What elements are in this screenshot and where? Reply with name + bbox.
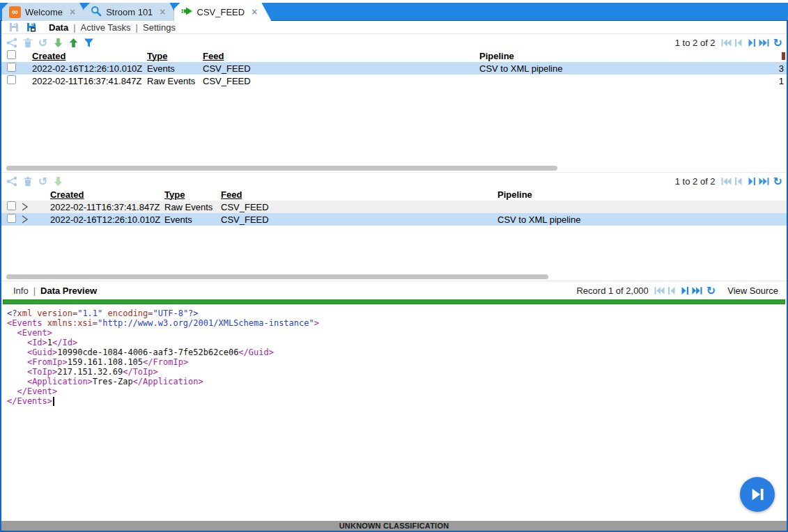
search-icon [91,6,102,19]
next-record-icon[interactable] [679,285,690,295]
feed-cell: CSV_FEED [203,63,479,74]
column-header-type[interactable]: Type [147,51,203,61]
stream-row[interactable]: 2022-02-11T16:37:41.847ZRaw EventsCSV_FE… [1,75,787,87]
code-line: <?xml version="1.1" encoding="UTF-8"?> [7,308,787,318]
column-header-created[interactable]: Created [32,51,147,61]
close-icon[interactable]: × [252,6,257,17]
classification-text: UNKNOWN CLASSIFICATION [339,522,449,530]
text-cursor [53,397,54,406]
separator: | [33,285,36,296]
type-cell: Events [147,63,203,74]
pagination-range: 1 to 2 of 2 [675,176,716,187]
type-cell: Raw Events [147,76,203,86]
upper-table-header: Created Type Feed Pipeline [1,49,787,62]
row-checkbox[interactable] [7,201,16,210]
stream-list-panel: ↺ 1 to 2 of 2 [1,34,787,172]
column-header-pipeline: Pipeline [497,189,787,200]
first-page-icon[interactable] [721,38,732,47]
tab-data-preview[interactable]: Data Preview [40,285,97,296]
lower-table-body: 2022-02-11T16:37:41.847ZRaw EventsCSV_FE… [1,201,787,226]
save-all-icon[interactable] [24,21,38,33]
event-row[interactable]: 2022-02-11T16:37:41.847ZRaw EventsCSV_FE… [1,201,787,213]
code-line: <Event> [7,328,787,338]
horizontal-scrollbar[interactable] [6,166,557,171]
restore-icon[interactable]: ↺ [36,175,49,187]
lower-pagination: 1 to 2 of 2 ↻ [675,176,782,187]
created-cell: 2022-02-16T12:26:10.010Z [32,63,147,74]
view-source-link[interactable]: View Source [727,285,778,296]
xml-preview-editor[interactable]: <?xml version="1.1" encoding="UTF-8"?><E… [1,304,787,521]
document-tab-bar: ∞ Welcome × Stroom 101 × CSV_FEED × [0,0,788,21]
event-list-panel: ↺ 1 to 2 of 2 ↻ Created Ty [1,172,787,281]
last-page-icon[interactable] [759,176,769,186]
stream-row[interactable]: 2022-02-16T12:26:10.010ZEventsCSV_FEEDCS… [1,62,787,75]
prev-page-icon[interactable] [734,176,744,186]
tab-label: Welcome [25,7,63,17]
restore-icon[interactable]: ↺ [36,36,49,49]
download-icon[interactable] [52,175,65,187]
last-page-icon[interactable] [759,38,769,47]
count-cell: 3 [768,63,787,74]
next-page-icon[interactable] [746,176,757,186]
process-streams-icon[interactable] [6,175,19,187]
column-header-type[interactable]: Type [164,189,221,200]
pipeline-cell: CSV to XML pipeline [479,63,768,74]
delete-icon[interactable] [21,175,34,187]
feed-arrow-icon [181,6,193,19]
tab-active-tasks[interactable]: Active Tasks [81,22,131,33]
code-line: <Id>1</Id> [7,338,787,347]
tab-info[interactable]: Info [13,285,29,296]
close-icon[interactable]: × [160,6,165,17]
document-pane: Data | Active Tasks | Settings ↺ [0,21,788,532]
tab-data[interactable]: Data [49,22,68,33]
tab-csv-feed[interactable]: CSV_FEED × [174,3,272,21]
select-all-checkbox[interactable] [7,50,16,59]
download-icon[interactable] [52,36,65,49]
first-page-icon[interactable] [721,176,732,186]
refresh-icon[interactable]: ↻ [773,177,782,186]
refresh-icon[interactable]: ↻ [706,286,716,295]
horizontal-scrollbar[interactable] [6,274,548,279]
feed-cell: CSV_FEED [221,214,497,225]
row-checkbox[interactable] [7,75,16,84]
process-streams-icon[interactable] [6,36,19,49]
row-checkbox[interactable] [7,214,16,223]
step-stream-button[interactable] [740,477,775,512]
data-preview-panel: Info | Data Preview Record 1 of 2,000 ↻ … [1,281,787,521]
delete-icon[interactable] [21,36,34,49]
save-icon[interactable] [7,21,20,33]
refresh-icon[interactable]: ↻ [773,38,782,47]
last-record-icon[interactable] [692,285,702,295]
close-icon[interactable]: × [70,6,75,17]
event-row[interactable]: 2022-02-16T12:26:10.010ZEventsCSV_FEEDCS… [1,213,787,226]
upload-icon[interactable] [67,36,80,49]
tab-stroom-101[interactable]: Stroom 101 × [84,3,179,21]
code-line: <ToIp>217.151.32.69</ToIp> [7,367,787,377]
column-header-feed[interactable]: Feed [203,51,479,61]
feed-cell: CSV_FEED [203,76,479,86]
pipeline-cell: CSV to XML pipeline [497,214,787,225]
column-header-created[interactable]: Created [50,189,164,200]
code-line: <FromIp>159.161.108.105</FromIp> [7,357,787,367]
expander-chevron-icon[interactable] [21,215,50,224]
created-cell: 2022-02-11T16:37:41.847Z [32,76,147,86]
tab-label: Stroom 101 [106,7,153,17]
tab-settings[interactable]: Settings [143,22,176,33]
tab-welcome[interactable]: ∞ Welcome × [2,3,89,21]
created-cell: 2022-02-16T12:26:10.010Z [50,214,164,225]
stroom-app-window: ∞ Welcome × Stroom 101 × CSV_FEED × [0,0,788,532]
row-checkbox[interactable] [7,63,16,72]
feed-toolbar: Data | Active Tasks | Settings [1,21,787,34]
filter-icon[interactable] [82,36,95,49]
type-cell: Events [164,214,221,225]
column-header-feed[interactable]: Feed [221,189,497,200]
upper-table-body: 2022-02-16T12:26:10.010ZEventsCSV_FEEDCS… [1,62,787,87]
next-page-icon[interactable] [746,38,757,47]
prev-page-icon[interactable] [734,38,744,47]
prev-record-icon[interactable] [667,285,677,295]
first-record-icon[interactable] [654,285,665,295]
feed-cell: CSV_FEED [221,202,497,212]
separator: | [136,22,138,33]
expander-chevron-icon[interactable] [21,203,50,211]
column-header-pipeline: Pipeline [479,51,768,61]
